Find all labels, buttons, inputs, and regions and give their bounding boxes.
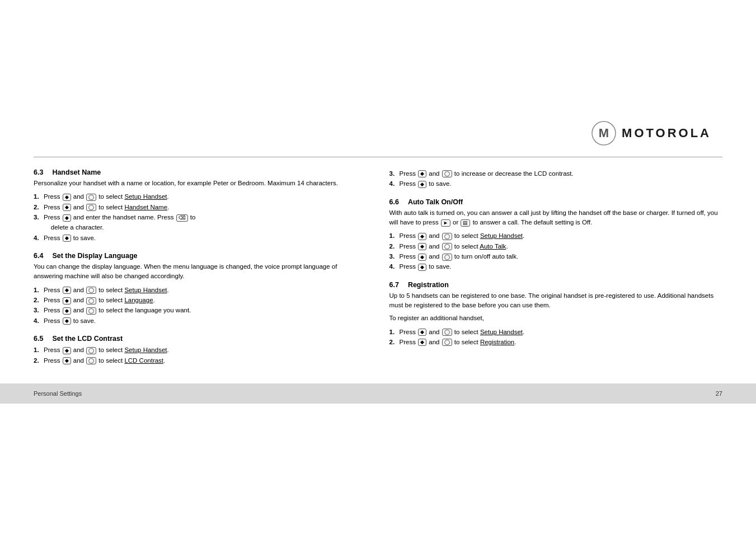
ok-icon: ◯ (86, 204, 96, 211)
ok-icon: ◯ (86, 297, 96, 305)
section-6-7-steps: 1. Press ◆ and ◯ to select Setup Handset… (389, 327, 723, 348)
nav-icon: ◆ (418, 243, 426, 250)
section-6-3-name: Handset Name (52, 168, 101, 176)
ok-icon: ◯ (442, 233, 452, 240)
section-6-4-body: You can change the display language. Whe… (34, 262, 367, 282)
nav-icon: ◆ (418, 329, 426, 336)
section-6-3-body: Personalize your handset with a name or … (34, 179, 367, 188)
section-6-6-body: With auto talk is turned on, you can ans… (389, 208, 723, 228)
section-6-4-name: Set the Display Language (52, 252, 137, 260)
nav-icon: ◆ (63, 214, 71, 222)
step-6-6-2: 2. Press ◆ and ◯ to select Auto Talk. (389, 241, 723, 251)
nav-icon: ◆ (63, 307, 71, 315)
section-6-5-number: 6.5 (34, 335, 43, 343)
step-6-3-2: 2. Press ◆ and ◯ to select Handset Name. (34, 202, 367, 212)
section-6-4-title: 6.4 Set the Display Language (34, 252, 367, 260)
section-6-7: 6.7 Registration Up to 5 handsets can be… (389, 281, 723, 348)
step-6-4-3: 3. Press ◆ and ◯ to select the language … (34, 305, 367, 315)
step-6-7-1: 1. Press ◆ and ◯ to select Setup Handset… (389, 327, 723, 337)
section-6-7-body2: To register an additional handset, (389, 313, 723, 323)
ok-icon: ◯ (86, 347, 96, 354)
speakerphone-icon: ▤ (461, 219, 470, 227)
step-6-5-2: 2. Press ◆ and ◯ to select LCD Contrast. (34, 355, 367, 366)
left-column: 6.3 Handset Name Personalize your handse… (34, 168, 367, 374)
step-6-6-4: 4. Press ◆ to save. (389, 261, 723, 271)
ok-icon: ◯ (442, 254, 452, 261)
section-6-7-name: Registration (408, 281, 449, 289)
motorola-text: MOTOROLA (622, 126, 711, 140)
ok-icon: ◯ (442, 243, 452, 250)
section-6-6-steps: 1. Press ◆ and ◯ to select Setup Handset… (389, 231, 723, 272)
ok-icon: ◯ (442, 329, 452, 336)
section-6-5-cont: 3. Press ◆ and ◯ to increase or decrease… (389, 168, 723, 189)
step-6-7-2: 2. Press ◆ and ◯ to select Registration. (389, 337, 723, 347)
section-6-4-steps: 1. Press ◆ and ◯ to select Setup Handset… (34, 285, 367, 326)
nav-icon: ◆ (418, 254, 426, 261)
motorola-logo: M MOTOROLA (591, 121, 711, 146)
svg-text:M: M (599, 126, 609, 140)
footer: Personal Settings 27 (0, 383, 756, 404)
section-6-7-body: Up to 5 handsets can be registered to on… (389, 291, 723, 311)
nav-icon: ◆ (63, 317, 71, 325)
step-6-4-2: 2. Press ◆ and ◯ to select Language. (34, 295, 367, 305)
step-6-6-1: 1. Press ◆ and ◯ to select Setup Handset… (389, 231, 723, 241)
section-6-7-title: 6.7 Registration (389, 281, 723, 289)
section-6-5: 6.5 Set the LCD Contrast 1. Press ◆ and … (34, 335, 367, 366)
footer-left-text: Personal Settings (34, 390, 82, 397)
section-6-4-number: 6.4 (34, 252, 43, 260)
nav-icon: ◆ (63, 204, 71, 211)
section-6-6-name: Auto Talk On/Off (408, 198, 463, 206)
nav-icon: ◆ (418, 264, 426, 271)
nav-icon: ◆ (63, 235, 71, 242)
section-6-3-title: 6.3 Handset Name (34, 168, 367, 176)
del-icon: ⌫ (176, 214, 188, 222)
nav-icon: ◆ (63, 357, 71, 364)
footer-page-number: 27 (716, 390, 722, 397)
section-6-6: 6.6 Auto Talk On/Off With auto talk is t… (389, 198, 723, 272)
right-column: 3. Press ◆ and ◯ to increase or decrease… (389, 168, 723, 374)
section-6-5-steps: 1. Press ◆ and ◯ to select Setup Handset… (34, 345, 367, 366)
top-section: M MOTOROLA (0, 0, 756, 157)
section-6-3-steps: 1. Press ◆ and ◯ to select Setup Handset… (34, 191, 367, 243)
section-6-6-number: 6.6 (389, 198, 399, 206)
step-6-6-3: 3. Press ◆ and ◯ to turn on/off auto tal… (389, 251, 723, 261)
nav-icon: ◆ (418, 181, 426, 188)
main-content: 6.3 Handset Name Personalize your handse… (0, 157, 756, 374)
nav-icon: ◆ (418, 170, 426, 177)
bottom-space (0, 404, 756, 534)
section-6-7-number: 6.7 (389, 281, 399, 289)
step-6-5-1: 1. Press ◆ and ◯ to select Setup Handset… (34, 345, 367, 355)
section-6-5-name: Set the LCD Contrast (52, 335, 123, 343)
ok-icon: ◯ (86, 357, 96, 364)
section-6-4: 6.4 Set the Display Language You can cha… (34, 252, 367, 326)
step-6-3-4: 4. Press ◆ to save. (34, 233, 367, 243)
ok-icon: ◯ (86, 194, 96, 201)
step-6-4-1: 1. Press ◆ and ◯ to select Setup Handset… (34, 285, 367, 295)
ok-icon: ◯ (442, 339, 452, 346)
step-6-5-4: 4. Press ◆ to save. (389, 179, 723, 189)
page-wrapper: M MOTOROLA 6.3 Handset Name Personalize … (0, 0, 756, 534)
nav-icon: ◆ (63, 297, 71, 305)
section-6-5-title: 6.5 Set the LCD Contrast (34, 335, 367, 343)
section-6-3: 6.3 Handset Name Personalize your handse… (34, 168, 367, 243)
nav-icon: ◆ (63, 194, 71, 201)
nav-icon: ◆ (63, 347, 71, 354)
ok-icon: ◯ (86, 307, 96, 315)
handset-icon: ► (441, 219, 450, 227)
step-6-5-3: 3. Press ◆ and ◯ to increase or decrease… (389, 168, 723, 179)
ok-icon: ◯ (86, 287, 96, 294)
ok-icon: ◯ (442, 170, 452, 177)
section-6-5-cont-steps: 3. Press ◆ and ◯ to increase or decrease… (389, 168, 723, 189)
step-6-4-4: 4. Press ◆ to save. (34, 316, 367, 326)
step-6-3-1: 1. Press ◆ and ◯ to select Setup Handset… (34, 191, 367, 202)
nav-icon: ◆ (418, 233, 426, 240)
section-6-3-number: 6.3 (34, 168, 43, 176)
nav-icon: ◆ (63, 287, 71, 294)
section-6-6-title: 6.6 Auto Talk On/Off (389, 198, 723, 206)
step-6-3-3: 3. Press ◆ and enter the handset name. P… (34, 212, 367, 233)
motorola-logo-icon: M (591, 121, 616, 146)
nav-icon: ◆ (418, 339, 426, 346)
